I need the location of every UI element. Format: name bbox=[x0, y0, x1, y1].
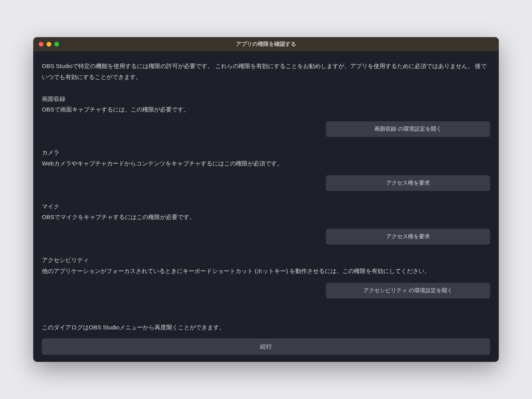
window-title: アプリの権限を確認する bbox=[236, 41, 296, 48]
minimize-icon[interactable] bbox=[47, 42, 51, 47]
button-row: 画面収録 の環境設定を開く bbox=[42, 121, 490, 137]
section-desc: Webカメラやキャプチャカードからコンテンツをキャプチャするにはこの権限が必須で… bbox=[42, 158, 490, 169]
intro-text: OBS Studioで特定の機能を使用するには権限の許可が必要です。 これらの権… bbox=[42, 61, 490, 83]
section-accessibility: アクセシビリティ 他のアプリケーションがフォーカスされているときにキーボードショ… bbox=[42, 255, 490, 298]
section-title: 画面収録 bbox=[42, 93, 490, 104]
section-screen-recording: 画面収録 OBSで画面キャプチャするには、この権限が必要です。 画面収録 の環境… bbox=[42, 93, 490, 137]
section-microphone: マイク OBSでマイクをキャプチャするにはこの権限が必要です。 アクセス権を要求 bbox=[42, 201, 490, 245]
button-row: アクセス権を要求 bbox=[42, 175, 490, 191]
section-desc: OBSで画面キャプチャするには、この権限が必要です。 bbox=[42, 104, 490, 115]
section-title: アクセシビリティ bbox=[42, 255, 490, 266]
button-row: アクセス権を要求 bbox=[42, 229, 490, 244]
zoom-icon[interactable] bbox=[54, 42, 59, 47]
request-camera-access-button[interactable]: アクセス権を要求 bbox=[326, 175, 490, 191]
continue-button[interactable]: 続行 bbox=[42, 338, 490, 355]
close-icon[interactable] bbox=[39, 42, 43, 47]
section-title: カメラ bbox=[42, 147, 490, 158]
dialog-content: OBS Studioで特定の機能を使用するには権限の許可が必要です。 これらの権… bbox=[33, 51, 499, 362]
open-screen-recording-settings-button[interactable]: 画面収録 の環境設定を開く bbox=[326, 121, 490, 137]
permissions-dialog: アプリの権限を確認する OBS Studioで特定の機能を使用するには権限の許可… bbox=[33, 37, 499, 362]
footer-text: このダイアログはOBS Studioメニューから再度開くことができます。 bbox=[42, 322, 490, 333]
section-title: マイク bbox=[42, 201, 490, 212]
request-microphone-access-button[interactable]: アクセス権を要求 bbox=[326, 229, 490, 244]
section-camera: カメラ Webカメラやキャプチャカードからコンテンツをキャプチャするにはこの権限… bbox=[42, 147, 490, 191]
open-accessibility-settings-button[interactable]: アクセシビリティ の環境設定を開く bbox=[326, 283, 490, 298]
traffic-lights bbox=[39, 42, 59, 47]
section-desc: 他のアプリケーションがフォーカスされているときにキーボードショートカット (ホッ… bbox=[42, 266, 490, 277]
section-desc: OBSでマイクをキャプチャするにはこの権限が必要です。 bbox=[42, 212, 490, 223]
button-row: アクセシビリティ の環境設定を開く bbox=[42, 283, 490, 298]
titlebar[interactable]: アプリの権限を確認する bbox=[33, 37, 499, 51]
